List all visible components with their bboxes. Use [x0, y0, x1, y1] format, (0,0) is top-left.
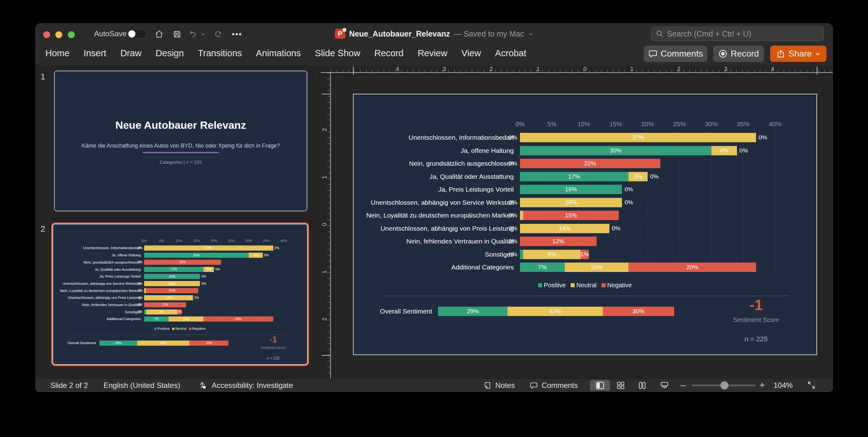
bar-value-label: 1% [177, 310, 182, 314]
zoom-out-button[interactable]: – [680, 379, 686, 391]
bar-segment-neutral [520, 211, 523, 220]
reading-view-icon[interactable] [638, 381, 647, 390]
share-button[interactable]: Share [770, 45, 827, 62]
slide2-thumbnail-selected[interactable]: 0%5%10%15%20%25%30%35%40%Unentschlossen,… [51, 223, 309, 366]
bar-stack: 16% [520, 198, 622, 207]
tab-slide-show[interactable]: Slide Show [315, 48, 360, 58]
bar-value-label: 20% [686, 264, 698, 271]
comments-button[interactable]: Comments [644, 45, 707, 62]
tab-draw[interactable]: Draw [120, 48, 142, 58]
axis-tick-label: 0% [507, 121, 532, 128]
category-label: Nein, fehlendes Vertrauen in Qualität [354, 237, 514, 246]
hruler-number: 4 [768, 66, 777, 72]
tab-insert[interactable]: Insert [84, 48, 106, 58]
chart-row: Nein, Loyalität zu deutschen europäische… [354, 211, 816, 220]
chart-row: Nein, fehlendes Vertrauen in Qualität0%1… [53, 302, 307, 307]
undo-icon[interactable] [188, 29, 198, 39]
document-title: Neue_Autobauer_Relevanz [349, 29, 450, 38]
chart-row: Ja, Preis Leistungs Vorteil16%0% [53, 274, 307, 279]
zoom-slider-knob[interactable] [720, 381, 728, 389]
minimize-window-button[interactable] [55, 31, 62, 38]
category-label: Ja, Qualität oder Ausstattung [53, 267, 141, 272]
toggle-knob [128, 30, 135, 37]
zoom-window-button[interactable] [68, 31, 75, 38]
slideshow-view-icon[interactable] [660, 381, 669, 390]
tab-review[interactable]: Review [418, 48, 447, 58]
zero-value-label: 0% [624, 198, 633, 207]
axis-tick-label: 20% [635, 121, 660, 128]
tab-design[interactable]: Design [156, 48, 184, 58]
more-commands-icon[interactable]: ••• [229, 29, 245, 39]
zero-value-label: 0% [138, 302, 143, 307]
sentiment-chart: 0%5%10%15%20%25%30%35%40%Unentschlossen,… [354, 94, 816, 354]
tab-view[interactable]: View [462, 48, 481, 58]
category-label: Ja, offene Haltung [354, 146, 514, 155]
bar-segment-positive: 16% [144, 274, 200, 279]
bar-stack: 16% [520, 185, 622, 194]
tab-transitions[interactable]: Transitions [198, 48, 242, 58]
slide-editor: 432101234 21012 0%5%10%15%20%25%30%35%40… [321, 66, 833, 379]
bar-value-label: 16% [169, 282, 176, 285]
slide-sorter-view-icon[interactable] [616, 381, 625, 390]
zoom-slider[interactable] [692, 384, 756, 386]
title-chevron-icon[interactable]: ⌄ [528, 29, 533, 37]
slide1-underline [143, 152, 219, 153]
home-icon[interactable] [154, 29, 164, 39]
legend-label: Positive [158, 327, 169, 331]
slide1-meta: Categories | n = 225 [55, 159, 307, 165]
autosave-toggle[interactable] [127, 29, 147, 38]
zero-value-label: 0% [509, 211, 517, 220]
tab-home[interactable]: Home [45, 48, 69, 58]
bar-stack: 7%10%20% [144, 316, 273, 321]
slide1-thumbnail[interactable]: Neue Autobauer Relevanz Käme die Anschaf… [54, 71, 307, 211]
accessibility-status[interactable]: Accessibility: Investigate [212, 379, 293, 392]
ruler-margin-marker [817, 67, 817, 75]
ppt-icon-fold [343, 28, 346, 32]
hruler-number: 1 [627, 66, 637, 72]
hruler-number: 3 [721, 66, 731, 72]
slide-canvas[interactable]: 0%5%10%15%20%25%30%35%40%Unentschlossen,… [353, 94, 817, 355]
legend-swatch [571, 283, 575, 287]
comments-toggle-button[interactable]: Comments [541, 379, 578, 392]
zoom-percentage[interactable]: 104% [774, 379, 793, 392]
search-input[interactable]: Search (Cmd + Ctrl + U) [651, 27, 824, 41]
save-icon[interactable] [172, 29, 182, 39]
zoom-in-button[interactable]: + [760, 379, 765, 391]
bar-value-label: 14% [165, 296, 172, 300]
bar-value-label: 14% [559, 225, 571, 232]
category-label: Nein, fehlendes Vertrauen in Qualität [53, 302, 141, 307]
category-label: Unentschlossen, abhängig von Service Wer… [354, 198, 514, 207]
notes-button[interactable]: Notes [495, 379, 515, 392]
category-label: Ja, Preis Leistungs Vorteil [53, 274, 141, 279]
chart-legend: PositiveNeutralNegative [354, 282, 816, 289]
fit-slide-icon[interactable] [807, 381, 816, 389]
ruler-margin-marker [322, 355, 330, 356]
zero-value-label: 0% [624, 185, 633, 194]
normal-view-button[interactable] [590, 380, 610, 391]
chart-row: Ja, Qualität oder Ausstattung17%3%0% [354, 172, 816, 181]
overall-sentiment-bar: 29%42%30% [438, 307, 674, 316]
tab-animations[interactable]: Animations [256, 48, 301, 58]
bar-value-label: 37% [632, 134, 644, 141]
undo-chevron-icon[interactable] [200, 29, 207, 39]
zero-value-label: 0% [740, 146, 748, 155]
redo-icon[interactable] [213, 29, 223, 39]
legend-label: Positive [544, 282, 566, 289]
record-icon [718, 49, 727, 58]
hruler-number: 1 [533, 66, 543, 72]
bar-value-label: 30% [632, 308, 645, 315]
record-button[interactable]: Record [713, 45, 764, 62]
tab-acrobat[interactable]: Acrobat [495, 48, 526, 58]
bar-value-label: 30% [206, 341, 212, 345]
language-setting[interactable]: English (United States) [103, 379, 180, 392]
legend-item: Positive [154, 327, 169, 331]
tab-record[interactable]: Record [374, 48, 404, 58]
category-label: Unentschlossen, abhängig von Service Wer… [53, 281, 141, 286]
chart-row: Unentschlossen, abhängig von Service Wer… [53, 281, 307, 286]
ribbon: HomeInsertDrawDesignTransitionsAnimation… [36, 44, 833, 66]
bar-value-label: 7% [154, 317, 159, 321]
close-window-button[interactable] [43, 31, 50, 38]
powerpoint-app-icon: P [335, 29, 345, 39]
bar-stack: 7%10%20% [520, 262, 756, 272]
ruler-margin-marker [322, 94, 330, 94]
